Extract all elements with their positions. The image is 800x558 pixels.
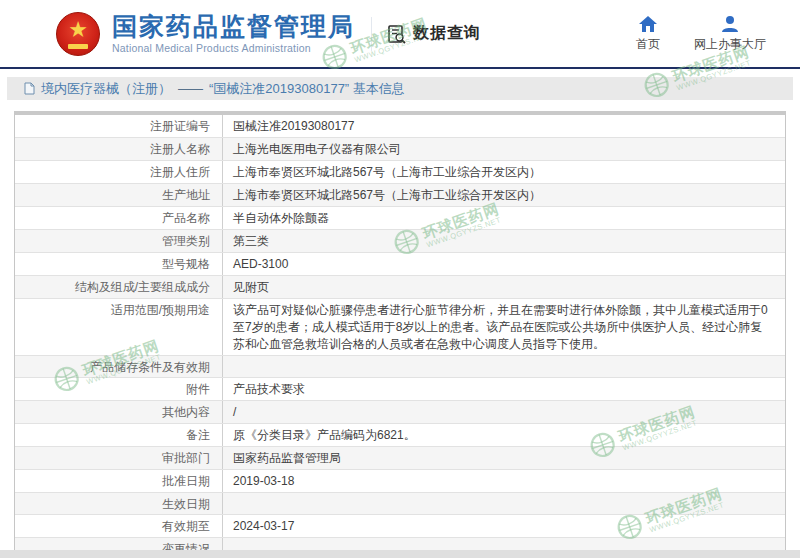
gate-icon — [68, 44, 88, 49]
field-value: 原《分类目录》产品编码为6821。 — [223, 424, 785, 446]
star-icon: ★ — [68, 19, 88, 41]
field-label-text: 适用范围/预期用途 — [111, 302, 210, 318]
field-label: 注册人名称 — [15, 138, 223, 160]
table-row: 注册人住所上海市奉贤区环城北路567号（上海市工业综合开发区内） — [15, 160, 785, 183]
field-label: 管理类别 — [15, 230, 223, 252]
field-label: 生产地址 — [15, 184, 223, 206]
table-row: 型号规格AED-3100 — [15, 252, 785, 275]
site-header: ★ 国家药品监督管理局 National Medical Products Ad… — [0, 0, 800, 69]
breadcrumb: 境内医疗器械（注册） —— “国械注准20193080177” 基本信息 — [7, 77, 793, 100]
table-row: 适用范围/预期用途该产品可对疑似心脏骤停患者进行心脏节律分析，并且在需要时进行体… — [15, 298, 785, 355]
field-label-text: 注册证编号 — [150, 118, 210, 134]
org-titles: 国家药品监督管理局 National Medical Products Admi… — [112, 13, 355, 55]
field-label: 生效日期 — [15, 493, 223, 514]
table-row: 审批部门国家药品监督管理局 — [15, 446, 785, 469]
table-row: 管理类别第三类 — [15, 229, 785, 252]
field-label: 审批部门 — [15, 447, 223, 469]
person-icon — [720, 15, 740, 33]
table-row: 备注原《分类目录》产品编码为6821。 — [15, 423, 785, 446]
field-label-text: 审批部门 — [162, 450, 210, 466]
breadcrumb-category: 境内医疗器械（注册） — [41, 80, 171, 98]
field-label: 产品储存条件及有效期 — [15, 356, 223, 377]
org-name-en: National Medical Products Administration — [112, 42, 355, 54]
field-value: 第三类 — [223, 230, 785, 252]
field-value: AED-3100 — [223, 253, 785, 275]
header-nav: 首页 网上办事大厅 — [636, 15, 766, 53]
table-row: 生效日期 — [15, 492, 785, 514]
field-value: 上海市奉贤区环城北路567号（上海市工业综合开发区内） — [223, 184, 785, 206]
field-value: 见附页 — [223, 276, 785, 298]
search-document-icon — [386, 23, 408, 45]
field-label: 注册证编号 — [15, 115, 223, 137]
field-value: 产品技术要求 — [223, 378, 785, 400]
field-value: 国家药品监督管理局 — [223, 447, 785, 469]
field-label: 适用范围/预期用途 — [15, 299, 223, 355]
table-row: 有效期至2024-03-17 — [15, 514, 785, 537]
field-label: 其他内容 — [15, 401, 223, 423]
field-value: / — [223, 401, 785, 423]
field-label: 结构及组成/主要组成成分 — [15, 276, 223, 298]
field-label-text: 产品储存条件及有效期 — [90, 359, 210, 375]
info-table: 注册证编号国械注准20193080177注册人名称上海光电医用电子仪器有限公司注… — [14, 111, 786, 558]
table-row: 注册证编号国械注准20193080177 — [15, 115, 785, 137]
header-divider — [371, 17, 372, 51]
field-label-text: 型号规格 — [162, 256, 210, 272]
nav-service-hall[interactable]: 网上办事大厅 — [694, 15, 766, 53]
field-label-text: 注册人住所 — [150, 164, 210, 180]
field-value: 上海市奉贤区环城北路567号（上海市工业综合开发区内） — [223, 161, 785, 183]
table-row: 注册人名称上海光电医用电子仪器有限公司 — [15, 137, 785, 160]
field-label-text: 其他内容 — [162, 404, 210, 420]
breadcrumb-dash: —— — [178, 81, 202, 96]
field-value — [223, 356, 785, 377]
page-bottom-strip — [0, 550, 800, 558]
table-row: 批准日期2019-03-18 — [15, 469, 785, 492]
table-row: 产品储存条件及有效期 — [15, 355, 785, 377]
field-label: 型号规格 — [15, 253, 223, 275]
org-name-cn: 国家药品监督管理局 — [112, 13, 355, 41]
field-label: 注册人住所 — [15, 161, 223, 183]
field-label-text: 备注 — [186, 427, 210, 443]
field-label-text: 生效日期 — [162, 496, 210, 512]
document-icon — [24, 82, 35, 95]
field-label: 有效期至 — [15, 515, 223, 537]
table-row: 其他内容/ — [15, 400, 785, 423]
table-row: 附件产品技术要求 — [15, 377, 785, 400]
field-value — [223, 493, 785, 514]
national-emblem-logo: ★ — [56, 12, 100, 56]
field-value: 半自动体外除颤器 — [223, 207, 785, 229]
field-value: 国械注准20193080177 — [223, 115, 785, 137]
nav-home-label: 首页 — [636, 36, 660, 53]
field-value: 该产品可对疑似心脏骤停患者进行心脏节律分析，并且在需要时进行体外除颤，其中儿童模… — [223, 299, 785, 355]
nav-home[interactable]: 首页 — [636, 15, 660, 53]
table-row: 生产地址上海市奉贤区环城北路567号（上海市工业综合开发区内） — [15, 183, 785, 206]
field-label: 产品名称 — [15, 207, 223, 229]
field-label-text: 结构及组成/主要组成成分 — [75, 279, 210, 295]
field-value: 2024-03-17 — [223, 515, 785, 537]
nav-service-hall-label: 网上办事大厅 — [694, 36, 766, 53]
data-query-button[interactable]: 数据查询 — [386, 23, 481, 45]
field-label-text: 生产地址 — [162, 187, 210, 203]
table-row: 产品名称半自动体外除颤器 — [15, 206, 785, 229]
field-label: 备注 — [15, 424, 223, 446]
field-label-text: 管理类别 — [162, 233, 210, 249]
field-label-text: 有效期至 — [162, 518, 210, 534]
field-label-text: 附件 — [186, 381, 210, 397]
field-label: 附件 — [15, 378, 223, 400]
field-value: 上海光电医用电子仪器有限公司 — [223, 138, 785, 160]
home-icon — [638, 15, 658, 33]
field-label-text: 产品名称 — [162, 210, 210, 226]
field-label: 批准日期 — [15, 470, 223, 492]
field-label-text: 注册人名称 — [150, 141, 210, 157]
breadcrumb-title: “国械注准20193080177” 基本信息 — [209, 80, 405, 98]
field-value: 2019-03-18 — [223, 470, 785, 492]
field-label-text: 批准日期 — [162, 473, 210, 489]
data-query-label: 数据查询 — [413, 23, 481, 44]
table-row: 结构及组成/主要组成成分见附页 — [15, 275, 785, 298]
